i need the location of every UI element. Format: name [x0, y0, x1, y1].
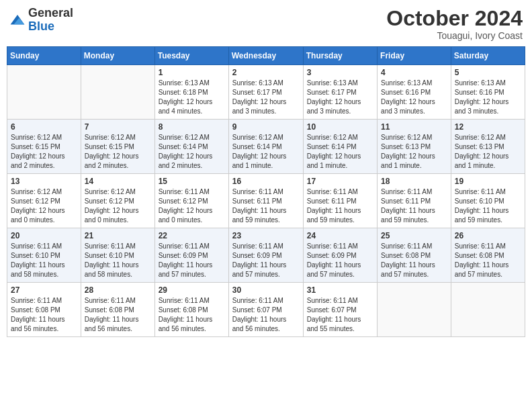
day-number: 10	[307, 122, 373, 132]
weekday-header: Friday	[378, 47, 451, 65]
calendar-cell: 7Sunrise: 6:12 AM Sunset: 6:15 PM Daylig…	[81, 120, 154, 174]
day-number: 11	[381, 122, 447, 132]
calendar-week-row: 6Sunrise: 6:12 AM Sunset: 6:15 PM Daylig…	[7, 120, 525, 174]
weekday-header: Sunday	[7, 47, 81, 65]
day-info: Sunrise: 6:13 AM Sunset: 6:17 PM Dayligh…	[232, 79, 300, 116]
calendar-cell: 29Sunrise: 6:11 AM Sunset: 6:08 PM Dayli…	[154, 283, 228, 337]
day-info: Sunrise: 6:11 AM Sunset: 6:08 PM Dayligh…	[85, 296, 151, 334]
weekday-header: Tuesday	[154, 47, 228, 65]
day-number: 27	[11, 285, 77, 295]
day-number: 9	[232, 122, 300, 132]
day-info: Sunrise: 6:12 AM Sunset: 6:13 PM Dayligh…	[381, 133, 447, 171]
logo: General Blue	[9, 7, 73, 34]
day-info: Sunrise: 6:12 AM Sunset: 6:14 PM Dayligh…	[307, 133, 373, 171]
day-info: Sunrise: 6:12 AM Sunset: 6:13 PM Dayligh…	[455, 133, 521, 171]
day-number: 28	[85, 285, 151, 295]
day-number: 2	[232, 68, 300, 77]
calendar-cell: 22Sunrise: 6:11 AM Sunset: 6:09 PM Dayli…	[154, 228, 228, 283]
calendar-week-row: 1Sunrise: 6:13 AM Sunset: 6:18 PM Daylig…	[7, 65, 525, 120]
day-number: 20	[11, 231, 77, 240]
day-info: Sunrise: 6:11 AM Sunset: 6:07 PM Dayligh…	[307, 296, 373, 334]
calendar-cell: 17Sunrise: 6:11 AM Sunset: 6:11 PM Dayli…	[303, 174, 377, 228]
calendar-cell: 15Sunrise: 6:11 AM Sunset: 6:12 PM Dayli…	[154, 174, 228, 228]
day-number: 21	[85, 231, 151, 240]
day-info: Sunrise: 6:11 AM Sunset: 6:08 PM Dayligh…	[159, 296, 225, 334]
calendar-cell: 8Sunrise: 6:12 AM Sunset: 6:14 PM Daylig…	[154, 120, 228, 174]
day-number: 14	[85, 177, 151, 186]
calendar-table: SundayMondayTuesdayWednesdayThursdayFrid…	[7, 46, 525, 337]
day-number: 12	[455, 122, 521, 132]
calendar-cell: 5Sunrise: 6:13 AM Sunset: 6:16 PM Daylig…	[451, 65, 525, 120]
calendar-cell: 9Sunrise: 6:12 AM Sunset: 6:14 PM Daylig…	[228, 120, 303, 174]
day-info: Sunrise: 6:11 AM Sunset: 6:08 PM Dayligh…	[381, 242, 447, 279]
day-info: Sunrise: 6:12 AM Sunset: 6:12 PM Dayligh…	[85, 187, 151, 225]
day-number: 3	[307, 68, 373, 77]
day-number: 5	[455, 68, 521, 77]
day-number: 8	[159, 122, 225, 132]
day-number: 1	[159, 68, 225, 77]
day-number: 15	[159, 177, 225, 186]
weekday-header: Wednesday	[228, 47, 303, 65]
calendar-cell: 11Sunrise: 6:12 AM Sunset: 6:13 PM Dayli…	[378, 120, 451, 174]
day-number: 6	[11, 122, 77, 132]
calendar-week-row: 27Sunrise: 6:11 AM Sunset: 6:08 PM Dayli…	[7, 283, 525, 337]
day-info: Sunrise: 6:11 AM Sunset: 6:07 PM Dayligh…	[232, 296, 300, 334]
calendar-week-row: 13Sunrise: 6:12 AM Sunset: 6:12 PM Dayli…	[7, 174, 525, 228]
logo-blue: Blue	[28, 20, 73, 34]
day-info: Sunrise: 6:11 AM Sunset: 6:09 PM Dayligh…	[159, 242, 225, 279]
day-info: Sunrise: 6:13 AM Sunset: 6:17 PM Dayligh…	[307, 79, 373, 116]
calendar-cell: 30Sunrise: 6:11 AM Sunset: 6:07 PM Dayli…	[228, 283, 303, 337]
day-number: 4	[381, 68, 447, 77]
day-info: Sunrise: 6:11 AM Sunset: 6:10 PM Dayligh…	[455, 187, 521, 225]
day-number: 26	[455, 231, 521, 240]
calendar-cell: 14Sunrise: 6:12 AM Sunset: 6:12 PM Dayli…	[81, 174, 154, 228]
calendar-cell	[7, 65, 81, 120]
day-info: Sunrise: 6:12 AM Sunset: 6:15 PM Dayligh…	[85, 133, 151, 171]
day-info: Sunrise: 6:12 AM Sunset: 6:12 PM Dayligh…	[11, 187, 77, 225]
day-number: 31	[307, 285, 373, 295]
day-info: Sunrise: 6:11 AM Sunset: 6:09 PM Dayligh…	[307, 242, 373, 279]
day-info: Sunrise: 6:13 AM Sunset: 6:16 PM Dayligh…	[455, 79, 521, 116]
calendar-cell: 27Sunrise: 6:11 AM Sunset: 6:08 PM Dayli…	[7, 283, 81, 337]
logo-icon	[9, 13, 26, 27]
day-info: Sunrise: 6:11 AM Sunset: 6:11 PM Dayligh…	[381, 187, 447, 225]
calendar-cell: 18Sunrise: 6:11 AM Sunset: 6:11 PM Dayli…	[378, 174, 451, 228]
day-info: Sunrise: 6:13 AM Sunset: 6:18 PM Dayligh…	[159, 79, 225, 116]
weekday-header-row: SundayMondayTuesdayWednesdayThursdayFrid…	[7, 47, 525, 65]
day-number: 24	[307, 231, 373, 240]
page-header: General Blue October 2024 Touagui, Ivory…	[7, 7, 525, 41]
day-info: Sunrise: 6:11 AM Sunset: 6:08 PM Dayligh…	[455, 242, 521, 279]
location-subtitle: Touagui, Ivory Coast	[386, 30, 523, 41]
month-title: October 2024	[386, 7, 523, 30]
day-number: 19	[455, 177, 521, 186]
day-number: 17	[307, 177, 373, 186]
day-number: 23	[232, 231, 300, 240]
weekday-header: Thursday	[303, 47, 377, 65]
title-block: October 2024 Touagui, Ivory Coast	[386, 7, 523, 41]
calendar-cell: 25Sunrise: 6:11 AM Sunset: 6:08 PM Dayli…	[378, 228, 451, 283]
day-number: 29	[159, 285, 225, 295]
calendar-cell: 3Sunrise: 6:13 AM Sunset: 6:17 PM Daylig…	[303, 65, 377, 120]
calendar-cell: 20Sunrise: 6:11 AM Sunset: 6:10 PM Dayli…	[7, 228, 81, 283]
day-info: Sunrise: 6:11 AM Sunset: 6:11 PM Dayligh…	[307, 187, 373, 225]
logo-general: General	[28, 7, 73, 20]
calendar-cell	[81, 65, 154, 120]
weekday-header: Saturday	[451, 47, 525, 65]
day-number: 7	[85, 122, 151, 132]
day-number: 22	[159, 231, 225, 240]
calendar-cell: 12Sunrise: 6:12 AM Sunset: 6:13 PM Dayli…	[451, 120, 525, 174]
calendar-cell: 31Sunrise: 6:11 AM Sunset: 6:07 PM Dayli…	[303, 283, 377, 337]
day-info: Sunrise: 6:11 AM Sunset: 6:11 PM Dayligh…	[232, 187, 300, 225]
calendar-cell: 6Sunrise: 6:12 AM Sunset: 6:15 PM Daylig…	[7, 120, 81, 174]
day-number: 13	[11, 177, 77, 186]
calendar-cell	[378, 283, 451, 337]
calendar-cell: 10Sunrise: 6:12 AM Sunset: 6:14 PM Dayli…	[303, 120, 377, 174]
calendar-cell: 21Sunrise: 6:11 AM Sunset: 6:10 PM Dayli…	[81, 228, 154, 283]
calendar-cell: 2Sunrise: 6:13 AM Sunset: 6:17 PM Daylig…	[228, 65, 303, 120]
calendar-cell: 1Sunrise: 6:13 AM Sunset: 6:18 PM Daylig…	[154, 65, 228, 120]
day-number: 30	[232, 285, 300, 295]
calendar-cell: 13Sunrise: 6:12 AM Sunset: 6:12 PM Dayli…	[7, 174, 81, 228]
day-info: Sunrise: 6:13 AM Sunset: 6:16 PM Dayligh…	[381, 79, 447, 116]
calendar-cell: 23Sunrise: 6:11 AM Sunset: 6:09 PM Dayli…	[228, 228, 303, 283]
day-info: Sunrise: 6:11 AM Sunset: 6:12 PM Dayligh…	[159, 187, 225, 225]
